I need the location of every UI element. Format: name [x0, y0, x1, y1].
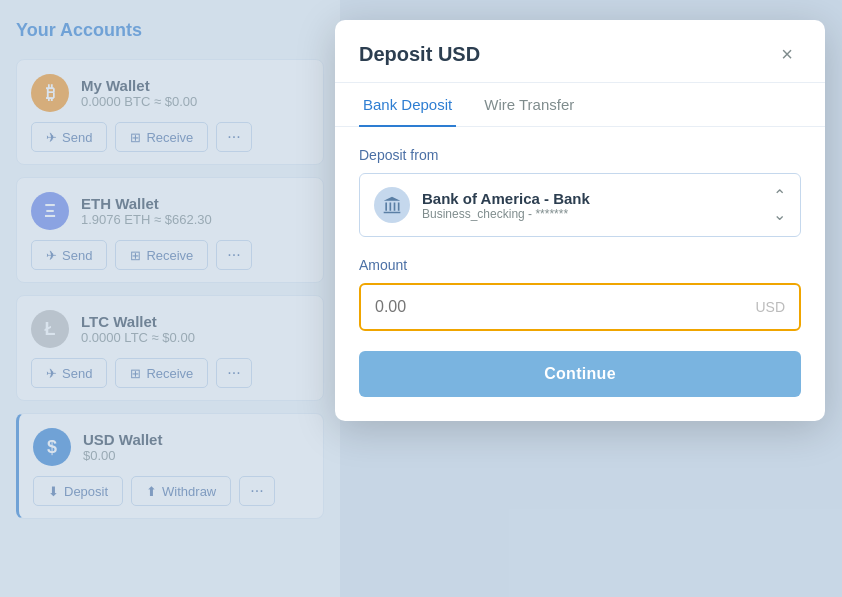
tab-wire-transfer[interactable]: Wire Transfer — [480, 84, 578, 127]
modal-header: Deposit USD × — [335, 20, 825, 83]
modal-body: Deposit from Bank of America - Bank Busi… — [335, 127, 825, 421]
modal-close-button[interactable]: × — [773, 40, 801, 68]
bank-selector[interactable]: Bank of America - Bank Business_checking… — [359, 173, 801, 237]
bank-details: Bank of America - Bank Business_checking… — [422, 190, 590, 221]
bank-left: Bank of America - Bank Business_checking… — [374, 187, 590, 223]
currency-label: USD — [755, 299, 785, 315]
tab-bank-deposit[interactable]: Bank Deposit — [359, 84, 456, 127]
bank-icon — [374, 187, 410, 223]
amount-section: Amount USD — [359, 257, 801, 331]
amount-input[interactable] — [375, 298, 755, 316]
continue-button[interactable]: Continue — [359, 351, 801, 397]
modal-tabs: Bank Deposit Wire Transfer — [335, 83, 825, 127]
deposit-modal: Deposit USD × Bank Deposit Wire Transfer… — [335, 20, 825, 421]
deposit-from-label: Deposit from — [359, 147, 801, 163]
amount-input-wrap: USD — [359, 283, 801, 331]
modal-title: Deposit USD — [359, 43, 480, 66]
bank-name: Bank of America - Bank — [422, 190, 590, 207]
amount-label: Amount — [359, 257, 801, 273]
bank-sub: Business_checking - ******* — [422, 207, 590, 221]
chevron-up-down-icon: ⌃⌄ — [773, 186, 786, 224]
